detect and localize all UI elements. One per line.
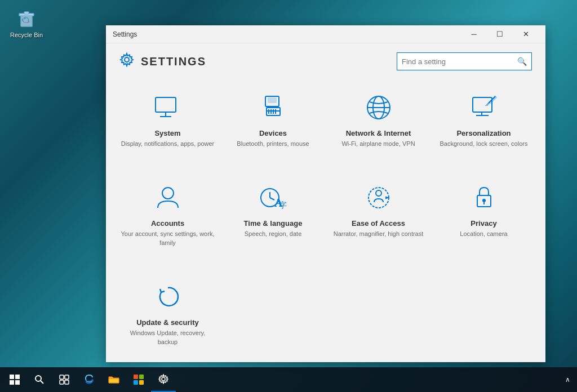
svg-rect-47 [139, 375, 144, 379]
privacy-label: Privacy [471, 219, 496, 228]
desktop: Recycle Bin Settings ─ ☐ ✕ SETTINGS 🔍 [0, 0, 577, 392]
close-button[interactable]: ✕ [513, 25, 539, 43]
settings-item-devices[interactable]: Devices Bluetooth, printers, mouse [220, 79, 326, 164]
accounts-label: Accounts [151, 219, 184, 228]
svg-point-30 [376, 190, 381, 196]
ease-icon [358, 181, 399, 215]
title-bar: Settings ─ ☐ ✕ [106, 25, 545, 43]
svg-rect-48 [134, 380, 138, 385]
devices-icon [253, 91, 294, 124]
settings-item-time[interactable]: A 字 Time & language Speech, region, date [220, 170, 326, 263]
svg-rect-38 [15, 380, 20, 385]
personalization-label: Personalization [456, 129, 511, 137]
settings-title: SETTINGS [141, 55, 206, 68]
svg-line-26 [270, 198, 274, 200]
update-desc: Windows Update, recovery, backup [121, 329, 215, 346]
svg-rect-42 [65, 375, 69, 379]
svg-point-3 [125, 57, 129, 62]
system-label: System [154, 129, 180, 137]
taskbar-search-button[interactable] [27, 367, 52, 392]
update-icon [148, 280, 188, 314]
taskbar: ∧ [0, 367, 577, 392]
svg-point-39 [35, 376, 41, 381]
devices-desc: Bluetooth, printers, mouse [237, 140, 309, 148]
store-button[interactable] [126, 367, 151, 392]
settings-item-update[interactable]: Update & security Windows Update, recove… [115, 269, 220, 362]
recycle-bin-image [15, 7, 38, 29]
svg-line-40 [41, 381, 43, 384]
privacy-icon [464, 181, 504, 215]
window-title: Settings [113, 30, 461, 38]
svg-rect-45 [109, 378, 119, 383]
settings-item-accounts[interactable]: Accounts Your account, sync settings, wo… [115, 170, 220, 263]
search-input[interactable] [402, 57, 517, 66]
ease-desc: Narrator, magnifier, high contrast [334, 230, 424, 238]
devices-label: Devices [259, 129, 287, 137]
svg-point-50 [162, 377, 165, 381]
personalization-desc: Background, lock screen, colors [440, 140, 528, 148]
svg-rect-36 [15, 375, 20, 379]
start-button[interactable] [2, 367, 27, 392]
settings-item-system[interactable]: System Display, notifications, apps, pow… [115, 79, 220, 164]
network-desc: Wi-Fi, airplane mode, VPN [341, 140, 415, 148]
minimize-button[interactable]: ─ [461, 25, 487, 43]
edge-button[interactable] [77, 367, 101, 392]
search-icon: 🔍 [517, 57, 527, 66]
time-icon: A 字 [253, 181, 294, 215]
system-icon [148, 91, 188, 124]
svg-rect-37 [10, 380, 14, 385]
update-label: Update & security [136, 318, 199, 327]
privacy-desc: Location, camera [460, 230, 507, 238]
ease-label: Ease of Access [352, 219, 405, 228]
svg-rect-49 [139, 380, 144, 385]
search-box[interactable]: 🔍 [397, 52, 532, 70]
time-label: Time & language [244, 219, 303, 228]
settings-window: Settings ─ ☐ ✕ SETTINGS 🔍 [106, 25, 545, 362]
svg-point-33 [482, 199, 486, 202]
explorer-button[interactable] [101, 367, 126, 392]
network-label: Network & Internet [346, 129, 411, 137]
svg-rect-41 [60, 375, 64, 379]
svg-rect-46 [134, 375, 138, 379]
recycle-bin-icon[interactable]: Recycle Bin [7, 5, 46, 41]
maximize-button[interactable]: ☐ [487, 25, 513, 43]
svg-rect-2 [24, 12, 29, 14]
svg-point-23 [162, 188, 174, 199]
svg-rect-8 [268, 97, 277, 103]
time-desc: Speech, region, date [245, 230, 302, 238]
taskbar-right: ∧ [565, 376, 575, 384]
accounts-icon [148, 181, 188, 215]
recycle-bin-label: Recycle Bin [10, 32, 43, 38]
settings-taskbar-button[interactable] [151, 367, 176, 392]
settings-grid: System Display, notifications, apps, pow… [106, 79, 545, 362]
svg-text:字: 字 [279, 201, 287, 210]
svg-rect-19 [473, 97, 492, 112]
taskbar-chevron-icon[interactable]: ∧ [565, 376, 570, 384]
network-icon [358, 91, 399, 124]
settings-item-network[interactable]: Network & Internet Wi-Fi, airplane mode,… [326, 79, 431, 164]
settings-header: SETTINGS 🔍 [106, 43, 545, 79]
accounts-desc: Your account, sync settings, work, famil… [121, 230, 215, 247]
settings-gear-icon [119, 52, 134, 70]
system-desc: Display, notifications, apps, power [121, 140, 215, 148]
settings-item-ease[interactable]: Ease of Access Narrator, magnifier, high… [326, 170, 431, 263]
personalization-icon [464, 91, 504, 124]
svg-rect-43 [60, 380, 64, 384]
settings-item-personalization[interactable]: Personalization Background, lock screen,… [431, 79, 536, 164]
svg-rect-35 [10, 375, 14, 379]
task-view-button[interactable] [52, 367, 77, 392]
svg-rect-4 [156, 97, 176, 112]
settings-item-privacy[interactable]: Privacy Location, camera [431, 170, 536, 263]
svg-rect-44 [65, 380, 69, 384]
